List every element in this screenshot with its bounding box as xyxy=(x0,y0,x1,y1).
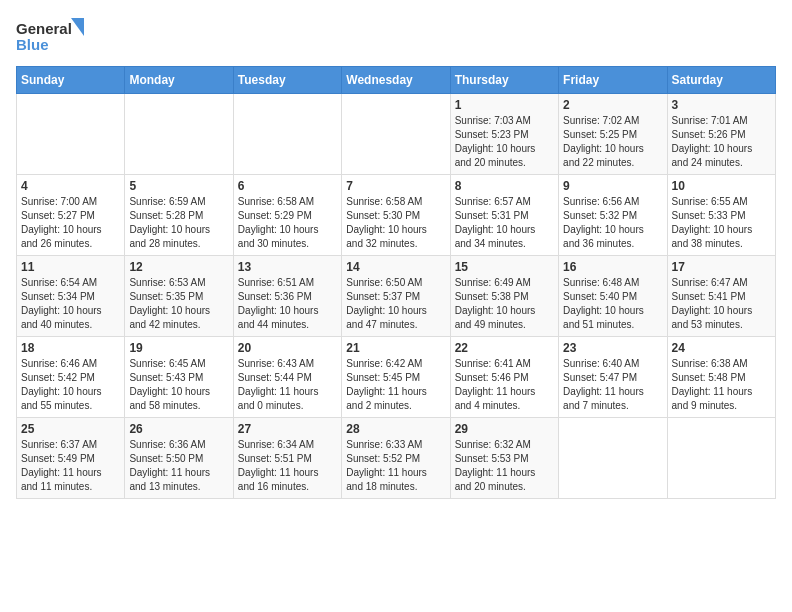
svg-text:Blue: Blue xyxy=(16,36,49,53)
day-number: 19 xyxy=(129,341,228,355)
day-number: 29 xyxy=(455,422,554,436)
day-number: 10 xyxy=(672,179,771,193)
day-info: Sunrise: 7:02 AM Sunset: 5:25 PM Dayligh… xyxy=(563,114,662,170)
week-row-2: 11Sunrise: 6:54 AM Sunset: 5:34 PM Dayli… xyxy=(17,256,776,337)
day-number: 12 xyxy=(129,260,228,274)
calendar-cell: 28Sunrise: 6:33 AM Sunset: 5:52 PM Dayli… xyxy=(342,418,450,499)
day-number: 4 xyxy=(21,179,120,193)
day-number: 18 xyxy=(21,341,120,355)
day-info: Sunrise: 6:36 AM Sunset: 5:50 PM Dayligh… xyxy=(129,438,228,494)
day-info: Sunrise: 6:34 AM Sunset: 5:51 PM Dayligh… xyxy=(238,438,337,494)
week-row-0: 1Sunrise: 7:03 AM Sunset: 5:23 PM Daylig… xyxy=(17,94,776,175)
calendar-cell: 17Sunrise: 6:47 AM Sunset: 5:41 PM Dayli… xyxy=(667,256,775,337)
calendar-cell: 1Sunrise: 7:03 AM Sunset: 5:23 PM Daylig… xyxy=(450,94,558,175)
day-number: 21 xyxy=(346,341,445,355)
day-number: 13 xyxy=(238,260,337,274)
logo-svg: GeneralBlue xyxy=(16,16,86,56)
week-row-1: 4Sunrise: 7:00 AM Sunset: 5:27 PM Daylig… xyxy=(17,175,776,256)
day-info: Sunrise: 6:47 AM Sunset: 5:41 PM Dayligh… xyxy=(672,276,771,332)
calendar-cell xyxy=(559,418,667,499)
logo: GeneralBlue xyxy=(16,16,86,56)
col-header-monday: Monday xyxy=(125,67,233,94)
calendar-cell: 9Sunrise: 6:56 AM Sunset: 5:32 PM Daylig… xyxy=(559,175,667,256)
calendar-cell xyxy=(233,94,341,175)
day-number: 20 xyxy=(238,341,337,355)
calendar-cell: 5Sunrise: 6:59 AM Sunset: 5:28 PM Daylig… xyxy=(125,175,233,256)
day-number: 26 xyxy=(129,422,228,436)
calendar-cell: 26Sunrise: 6:36 AM Sunset: 5:50 PM Dayli… xyxy=(125,418,233,499)
day-info: Sunrise: 6:46 AM Sunset: 5:42 PM Dayligh… xyxy=(21,357,120,413)
day-info: Sunrise: 6:53 AM Sunset: 5:35 PM Dayligh… xyxy=(129,276,228,332)
day-number: 23 xyxy=(563,341,662,355)
day-info: Sunrise: 7:03 AM Sunset: 5:23 PM Dayligh… xyxy=(455,114,554,170)
calendar-cell: 29Sunrise: 6:32 AM Sunset: 5:53 PM Dayli… xyxy=(450,418,558,499)
col-header-friday: Friday xyxy=(559,67,667,94)
day-info: Sunrise: 6:45 AM Sunset: 5:43 PM Dayligh… xyxy=(129,357,228,413)
day-number: 6 xyxy=(238,179,337,193)
calendar-cell: 3Sunrise: 7:01 AM Sunset: 5:26 PM Daylig… xyxy=(667,94,775,175)
day-info: Sunrise: 6:43 AM Sunset: 5:44 PM Dayligh… xyxy=(238,357,337,413)
week-row-3: 18Sunrise: 6:46 AM Sunset: 5:42 PM Dayli… xyxy=(17,337,776,418)
day-info: Sunrise: 6:40 AM Sunset: 5:47 PM Dayligh… xyxy=(563,357,662,413)
day-info: Sunrise: 6:58 AM Sunset: 5:30 PM Dayligh… xyxy=(346,195,445,251)
day-info: Sunrise: 6:58 AM Sunset: 5:29 PM Dayligh… xyxy=(238,195,337,251)
calendar-cell: 4Sunrise: 7:00 AM Sunset: 5:27 PM Daylig… xyxy=(17,175,125,256)
calendar-cell: 16Sunrise: 6:48 AM Sunset: 5:40 PM Dayli… xyxy=(559,256,667,337)
day-number: 5 xyxy=(129,179,228,193)
calendar-cell: 21Sunrise: 6:42 AM Sunset: 5:45 PM Dayli… xyxy=(342,337,450,418)
day-number: 2 xyxy=(563,98,662,112)
day-number: 7 xyxy=(346,179,445,193)
svg-text:General: General xyxy=(16,20,72,37)
day-number: 25 xyxy=(21,422,120,436)
col-header-thursday: Thursday xyxy=(450,67,558,94)
day-number: 9 xyxy=(563,179,662,193)
calendar-cell: 19Sunrise: 6:45 AM Sunset: 5:43 PM Dayli… xyxy=(125,337,233,418)
calendar-cell: 25Sunrise: 6:37 AM Sunset: 5:49 PM Dayli… xyxy=(17,418,125,499)
day-info: Sunrise: 6:55 AM Sunset: 5:33 PM Dayligh… xyxy=(672,195,771,251)
day-info: Sunrise: 6:38 AM Sunset: 5:48 PM Dayligh… xyxy=(672,357,771,413)
calendar-header-row: SundayMondayTuesdayWednesdayThursdayFrid… xyxy=(17,67,776,94)
day-info: Sunrise: 7:00 AM Sunset: 5:27 PM Dayligh… xyxy=(21,195,120,251)
day-number: 27 xyxy=(238,422,337,436)
calendar-cell: 6Sunrise: 6:58 AM Sunset: 5:29 PM Daylig… xyxy=(233,175,341,256)
calendar-cell: 20Sunrise: 6:43 AM Sunset: 5:44 PM Dayli… xyxy=(233,337,341,418)
calendar-cell xyxy=(17,94,125,175)
calendar-table: SundayMondayTuesdayWednesdayThursdayFrid… xyxy=(16,66,776,499)
day-number: 3 xyxy=(672,98,771,112)
day-info: Sunrise: 6:41 AM Sunset: 5:46 PM Dayligh… xyxy=(455,357,554,413)
calendar-cell: 10Sunrise: 6:55 AM Sunset: 5:33 PM Dayli… xyxy=(667,175,775,256)
calendar-cell: 11Sunrise: 6:54 AM Sunset: 5:34 PM Dayli… xyxy=(17,256,125,337)
calendar-cell: 23Sunrise: 6:40 AM Sunset: 5:47 PM Dayli… xyxy=(559,337,667,418)
calendar-cell: 2Sunrise: 7:02 AM Sunset: 5:25 PM Daylig… xyxy=(559,94,667,175)
calendar-cell: 24Sunrise: 6:38 AM Sunset: 5:48 PM Dayli… xyxy=(667,337,775,418)
day-number: 14 xyxy=(346,260,445,274)
calendar-cell: 27Sunrise: 6:34 AM Sunset: 5:51 PM Dayli… xyxy=(233,418,341,499)
calendar-cell xyxy=(342,94,450,175)
col-header-sunday: Sunday xyxy=(17,67,125,94)
calendar-cell: 8Sunrise: 6:57 AM Sunset: 5:31 PM Daylig… xyxy=(450,175,558,256)
day-info: Sunrise: 6:49 AM Sunset: 5:38 PM Dayligh… xyxy=(455,276,554,332)
day-number: 28 xyxy=(346,422,445,436)
day-info: Sunrise: 6:33 AM Sunset: 5:52 PM Dayligh… xyxy=(346,438,445,494)
calendar-cell: 18Sunrise: 6:46 AM Sunset: 5:42 PM Dayli… xyxy=(17,337,125,418)
page-header: GeneralBlue xyxy=(16,16,776,56)
col-header-tuesday: Tuesday xyxy=(233,67,341,94)
day-info: Sunrise: 6:37 AM Sunset: 5:49 PM Dayligh… xyxy=(21,438,120,494)
day-number: 1 xyxy=(455,98,554,112)
col-header-wednesday: Wednesday xyxy=(342,67,450,94)
day-info: Sunrise: 6:59 AM Sunset: 5:28 PM Dayligh… xyxy=(129,195,228,251)
day-info: Sunrise: 6:57 AM Sunset: 5:31 PM Dayligh… xyxy=(455,195,554,251)
day-number: 24 xyxy=(672,341,771,355)
day-info: Sunrise: 6:42 AM Sunset: 5:45 PM Dayligh… xyxy=(346,357,445,413)
day-number: 17 xyxy=(672,260,771,274)
calendar-cell: 14Sunrise: 6:50 AM Sunset: 5:37 PM Dayli… xyxy=(342,256,450,337)
day-info: Sunrise: 6:48 AM Sunset: 5:40 PM Dayligh… xyxy=(563,276,662,332)
day-info: Sunrise: 6:54 AM Sunset: 5:34 PM Dayligh… xyxy=(21,276,120,332)
calendar-cell: 22Sunrise: 6:41 AM Sunset: 5:46 PM Dayli… xyxy=(450,337,558,418)
calendar-cell xyxy=(667,418,775,499)
day-number: 15 xyxy=(455,260,554,274)
day-info: Sunrise: 6:50 AM Sunset: 5:37 PM Dayligh… xyxy=(346,276,445,332)
col-header-saturday: Saturday xyxy=(667,67,775,94)
calendar-cell: 7Sunrise: 6:58 AM Sunset: 5:30 PM Daylig… xyxy=(342,175,450,256)
day-number: 16 xyxy=(563,260,662,274)
